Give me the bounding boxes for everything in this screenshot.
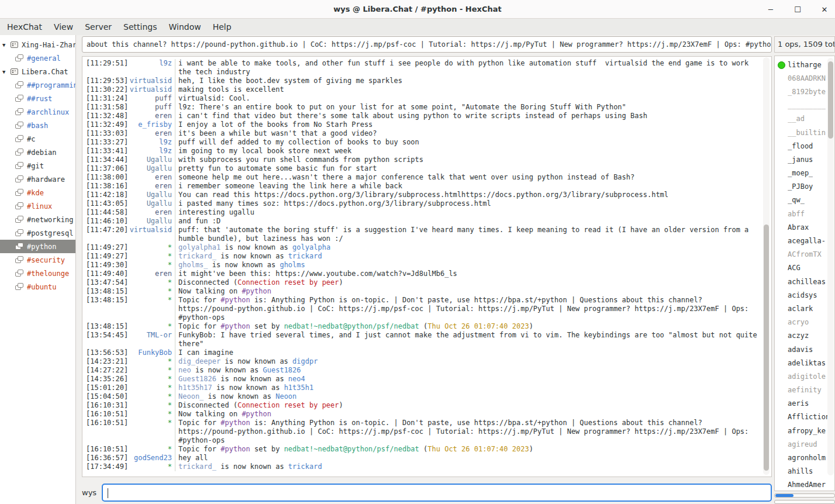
user-list-item[interactable]: 068AADRKN <box>775 71 834 85</box>
user-list-item[interactable]: _janus <box>775 153 834 166</box>
user-name: Abrax <box>788 223 809 232</box>
user-list-item[interactable]: _________ <box>775 99 834 112</box>
tree-item-LiberaChat[interactable]: ▼Libera.Chat <box>0 65 75 78</box>
user-icon-spacer <box>778 264 788 271</box>
user-list-item[interactable]: _flood <box>775 139 834 153</box>
user-list-item[interactable]: aclark <box>775 302 834 315</box>
user-list-item[interactable]: adeliktas <box>775 356 834 370</box>
user-list-item[interactable]: ACfromTX <box>775 248 834 261</box>
meters <box>774 493 835 504</box>
userlist-scrollbar-thumb[interactable] <box>828 61 833 139</box>
channel-icon <box>15 135 24 143</box>
user-list-item[interactable]: AhmedAmer <box>775 478 834 491</box>
user-list-item[interactable]: _PJBoy <box>775 180 834 194</box>
chat-scrollbar-thumb[interactable] <box>764 225 769 471</box>
user-list-item[interactable]: acegalla- <box>775 234 834 247</box>
user-icon-spacer <box>778 360 788 367</box>
tree-item-general[interactable]: #general <box>0 51 75 65</box>
user-list-item[interactable]: Abrax <box>775 220 834 234</box>
user-name: Affliction <box>788 413 830 421</box>
tree-item-kde[interactable]: #kde <box>0 186 75 199</box>
message-text: virtualsid: Cool. <box>175 94 762 103</box>
tree-item-label: #kde <box>27 189 44 197</box>
tree-item-security[interactable]: #security <box>0 253 75 267</box>
menu-settings[interactable]: Settings <box>118 19 163 35</box>
nick: * <box>129 419 175 445</box>
user-list-item[interactable]: aeris <box>775 397 834 410</box>
menu-view[interactable]: View <box>48 19 79 35</box>
user-list-item[interactable]: _qw_ <box>775 194 834 207</box>
tree-item-label: #python <box>27 243 57 251</box>
timestamp: [16:36:57] <box>86 454 129 462</box>
user-list-item[interactable]: acryo <box>775 316 834 329</box>
user-list-item[interactable]: _8192byte <box>775 85 834 98</box>
timestamp: [11:29:53] <box>86 77 129 85</box>
menu-help[interactable]: Help <box>207 19 237 35</box>
tree-item-hardware[interactable]: #hardware <box>0 172 75 186</box>
user-list-item[interactable]: aczyz <box>775 329 834 343</box>
message-text: Now talking on #python <box>175 410 762 419</box>
tree-item-thelounge[interactable]: #thelounge <box>0 267 75 280</box>
tree-item-bash[interactable]: #bash <box>0 119 75 132</box>
user-list-item[interactable]: afropy_ke <box>775 424 834 437</box>
tree-item-rust[interactable]: ##rust <box>0 92 75 105</box>
nick: godSend23 <box>129 454 175 462</box>
channel-icon <box>15 283 24 291</box>
user-name: achilleas <box>788 278 826 286</box>
user-list-item[interactable]: Affliction <box>775 410 834 424</box>
timestamp: [11:32:48] <box>86 112 129 120</box>
user-list-item[interactable]: __builtin <box>775 126 834 139</box>
nick: FunkyBob <box>129 348 175 357</box>
user-list-item[interactable]: litharge <box>775 58 834 71</box>
menu-window[interactable]: Window <box>163 19 206 35</box>
user-list-item[interactable]: _moep_ <box>775 167 834 180</box>
nick: puff <box>129 103 175 112</box>
tree-item-c[interactable]: #c <box>0 132 75 146</box>
user-list-item[interactable]: abff <box>775 207 834 220</box>
user-list-item[interactable]: aefinity <box>775 384 834 397</box>
user-icon-spacer <box>778 305 788 312</box>
own-nick-label: wys <box>82 488 96 497</box>
tree-item-ubuntu[interactable]: #ubuntu <box>0 280 75 294</box>
timestamp: [13:48:15] <box>86 296 129 322</box>
input-bar: wys <box>82 482 772 503</box>
expander-icon[interactable]: ▼ <box>2 42 11 48</box>
expander-icon[interactable]: ▼ <box>2 69 11 75</box>
tree-item-programming[interactable]: ##programming <box>0 78 75 92</box>
user-list-item[interactable]: adavis <box>775 343 834 356</box>
channel-icon <box>15 162 24 170</box>
tree-item-postgresql[interactable]: #postgresql <box>0 226 75 240</box>
timestamp: [16:10:51] <box>86 410 129 419</box>
user-list-item[interactable]: agireud <box>775 437 834 451</box>
message-text: i can't find that video but there's some… <box>175 112 762 120</box>
timestamp: [14:23:21] <box>86 357 129 366</box>
tree-item-networking[interactable]: #networking <box>0 213 75 226</box>
tree-item-linux[interactable]: #linux <box>0 199 75 213</box>
chat-scrollbar[interactable] <box>763 57 770 475</box>
user-list-item[interactable]: ahills <box>775 465 834 478</box>
user-list-item[interactable]: ACG <box>775 261 834 275</box>
user-list-item[interactable]: agronholm <box>775 451 834 464</box>
minimize-icon[interactable]: ─ <box>765 4 777 15</box>
menu-hexchat[interactable]: HexChat <box>1 19 48 35</box>
topic-input[interactable]: about this channel? https://pound-python… <box>82 36 772 53</box>
tree-item-archlinux[interactable]: #archlinux <box>0 105 75 119</box>
userlist-scrollbar[interactable] <box>827 58 834 475</box>
user-list-item[interactable]: acidsys <box>775 288 834 302</box>
tree-item-XingHaiZhar[interactable]: ▼Xing-Hai-Zhar <box>0 38 75 51</box>
maximize-icon[interactable]: ☐ <box>792 4 803 15</box>
timestamp: [13:48:15] <box>86 287 129 296</box>
tree-item-git[interactable]: #git <box>0 159 75 172</box>
user-list-item[interactable]: __ad <box>775 112 834 126</box>
user-list-item[interactable]: achilleas <box>775 275 834 288</box>
chat-message: [16:10:51]*Topic for #python set by nedb… <box>86 445 762 454</box>
menu-server[interactable]: Server <box>79 19 118 35</box>
user-name: __builtin <box>788 129 826 137</box>
tree-item-python[interactable]: #python <box>0 240 75 253</box>
message-input[interactable] <box>102 484 772 502</box>
user-icon-spacer <box>778 413 788 420</box>
user-icon-spacer <box>778 292 788 299</box>
tree-item-debian[interactable]: #debian <box>0 146 75 159</box>
user-list-item[interactable]: adigitole <box>775 370 834 383</box>
close-icon[interactable]: ✕ <box>819 4 830 15</box>
